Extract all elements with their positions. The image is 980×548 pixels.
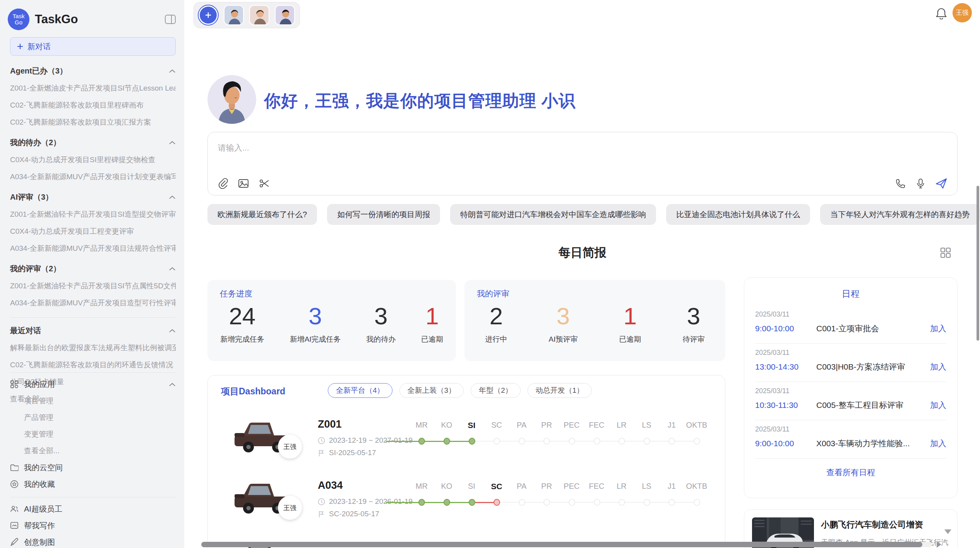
image-icon[interactable] [238,178,249,188]
microphone-icon[interactable] [916,178,925,189]
schedule-meeting-title: C003|H0B-方案冻结评审 [816,361,926,372]
sidebar-item-favorites[interactable]: 我的收藏 [0,479,184,489]
project-flag-text: SI-2025-05-17 [329,449,376,457]
schedule-item-row: 9:00-10:00 C001-立项审批会 加入 [755,323,946,334]
suggestion-chip[interactable]: 特朗普可能对进口汽车增税会对中国车企造成哪些影响 [450,204,656,225]
stat-label: 已逾期 [619,334,641,344]
dashboard-filter-tabs: 全新平台（4） 全新上装（3） 年型（2） 动总开发（1） [328,383,592,398]
suggestion-chip[interactable]: 如何写一份清晰的项目周报 [327,204,440,225]
stat-value: 3 [366,302,396,330]
sidebar-chat-item[interactable]: Z001-全新燃油轻卡产品开发项目SI节点属性5D文件评审 [10,281,176,291]
join-meeting-link[interactable]: 加入 [930,400,946,411]
layout-grid-icon[interactable] [940,247,951,259]
sidebar-chat-item[interactable]: 解释最新出台的欧盟报废车法规再生塑料比例被调至15%... [10,343,176,353]
milestone-label: LS [634,421,659,430]
section-header-my-todo[interactable]: 我的待办（2） [10,137,176,148]
project-row[interactable]: 王强 Z001 2023-12-19 ~ 2027-01-19 SI-2025-… [232,416,717,474]
join-meeting-link[interactable]: 加入 [930,323,946,334]
view-all-apps-link[interactable]: 查看全部... [0,446,184,456]
sidebar-bottom: 我的应用 项目管理 产品管理 变更管理 查看全部... 我的云空间 我的收藏 A… [0,372,184,547]
view-all-schedule-link[interactable]: 查看所有日程 [744,467,957,478]
schedule-date: 2025/03/11 [755,425,946,433]
sidebar-chat-item[interactable]: C02-飞腾新能源轻客改款项目立项汇报方案 [10,117,176,127]
milestone-dot [618,499,625,506]
sidebar-chat-item[interactable]: C0X4-动力总成开发项目SI里程碑提交物检查 [10,155,176,165]
section-header-agent-done[interactable]: Agent已办（3） [10,66,176,76]
cloud-space-label: 我的云空间 [24,462,63,473]
sidebar-item-project-mgmt[interactable]: 项目管理 [0,396,184,406]
session-avatar-tab[interactable] [224,5,244,25]
sidebar-chat-item[interactable]: Z001-全新燃油皮卡产品开发项目SI节点Lesson Learn报告 [10,83,176,93]
chat-input[interactable] [218,139,760,156]
stat-value: 2 [485,302,507,330]
stat-label: 新增AI完成任务 [290,334,341,344]
sidebar-chat-item[interactable]: C02-飞腾新能源轻客改款项目的闭环通告反馈情况 [10,360,176,370]
scroll-down-arrow[interactable] [944,529,951,534]
divider [10,497,176,497]
join-meeting-link[interactable]: 加入 [930,361,946,372]
scroll-right-arrow[interactable] [937,541,941,548]
phone-call-icon[interactable] [895,178,906,189]
schedule-list: 2025/03/11 9:00-10:00 C001-立项审批会 加入 2025… [755,305,946,459]
suggestion-chip[interactable]: 当下年轻人对汽车外观有怎样的喜好趋势 [820,204,980,225]
sidebar-item-help-write[interactable]: 帮我写作 [0,521,184,531]
new-session-button[interactable] [200,7,217,24]
milestone-label-current: SI [459,421,484,430]
sidebar-item-cloud-space[interactable]: 我的云空间 [0,462,184,473]
owner-avatar: 王强 [278,435,302,459]
schedule-item: 2025/03/11 10:30-11:30 C005-整车工程目标评审 加入 [755,382,946,420]
milestone-dot [594,499,600,506]
sidebar-chat-item[interactable]: A034-全新新能源MUV产品开发项目造型可行性评审 [10,298,176,308]
notification-bell-icon[interactable] [936,8,947,19]
sidebar-chat-item[interactable]: C0X4-动力总成开发项目工程变更评审 [10,226,176,236]
sidebar-item-ai-super-staff[interactable]: AI超级员工 [0,504,184,514]
project-flag: SI-2025-05-17 [318,449,376,457]
sidebar-item-change-mgmt[interactable]: 变更管理 [0,429,184,439]
session-avatar-tab[interactable] [275,5,295,25]
attachment-icon[interactable] [218,178,228,189]
horizontal-scrollbar-thumb[interactable] [201,542,922,547]
collapse-sidebar-icon[interactable] [165,15,176,24]
section-header-recent-chats[interactable]: 最近对话 [10,325,176,336]
schedule-date: 2025/03/11 [755,310,946,319]
section-header-my-review[interactable]: 我的评审（2） [10,264,176,274]
stat-value: 24 [220,302,264,330]
filter-tab-year[interactable]: 年型（2） [471,383,521,398]
sidebar-chat-item[interactable]: A034-全新新能源MUV产品开发项目计划变更表编写 [10,172,176,182]
suggestion-chip[interactable]: 欧洲新规最近颁布了什么? [207,204,317,225]
user-avatar[interactable]: 王强 [953,3,972,22]
daily-briefing-title: 每日简报 [207,245,958,261]
sidebar-item-my-apps[interactable]: 我的应用 [0,379,184,389]
stat-label: 我的待办 [366,334,396,344]
horizontal-scrollbar-track[interactable] [201,542,932,547]
stat-label: 新增完成任务 [220,334,264,344]
milestone-label: SI [459,482,484,491]
app-grid-icon [10,380,19,389]
new-chat-label: 新对话 [27,41,51,52]
milestone-dot-done [444,438,450,445]
filter-tab-platform[interactable]: 全新平台（4） [328,383,392,398]
app-title: TaskGo [35,12,78,26]
milestone-dot [618,438,625,445]
project-row[interactable]: 王强 A034 2023-12-19 ~ 2026-01-19 SC-2025-… [232,477,717,535]
section-header-ai-review[interactable]: AI评审（3） [10,192,176,202]
join-meeting-link[interactable]: 加入 [930,438,946,449]
scissors-icon[interactable] [259,178,270,188]
filter-tab-body[interactable]: 全新上装（3） [399,383,464,398]
suggestion-chip[interactable]: 比亚迪全固态电池计划具体说了什么 [666,204,810,225]
session-avatar-tab[interactable] [249,5,269,25]
sidebar-chat-item[interactable]: C02-飞腾新能源轻客改款项目里程碑画布 [10,100,176,110]
milestone-track: MR KO SI SC PA PR PEC FEC LR LS J1 OKTB [409,421,719,456]
milestone-dot [493,438,500,445]
new-chat-button[interactable]: 新对话 [10,37,176,56]
sidebar-item-product-mgmt[interactable]: 产品管理 [0,413,184,423]
sidebar-chat-item[interactable]: A034-全新新能源MUV产品开发项目法规符合性评审 [10,243,176,253]
milestone-dot-done [418,499,425,506]
send-icon[interactable] [935,178,947,189]
vertical-scrollbar-thumb[interactable] [977,186,979,341]
plus-icon [17,43,24,50]
sidebar-chat-item[interactable]: Z001-全新燃油轻卡产品开发项目SI造型提交物评审 [10,209,176,219]
section-title: 我的待办（2） [10,137,61,148]
sidebar-item-creative-draw[interactable]: 创意制图 [0,537,184,547]
filter-tab-powertrain[interactable]: 动总开发（1） [528,383,592,398]
